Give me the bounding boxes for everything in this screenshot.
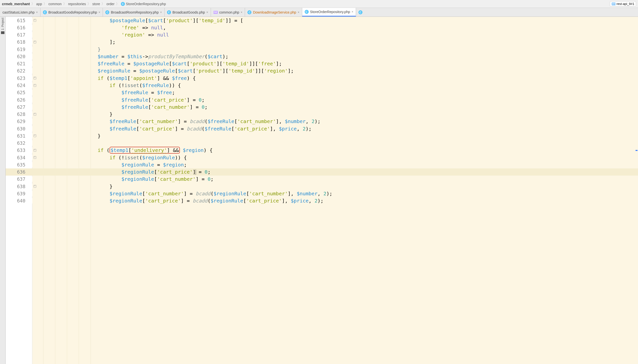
crumb[interactable]: common (48, 2, 62, 6)
crumb-root[interactable]: crmeb_merchant (2, 2, 30, 6)
code-line[interactable]: 640 $regionRule['cart_price'] = bcadd($r… (6, 197, 638, 204)
close-icon[interactable]: × (298, 10, 300, 14)
line-number[interactable]: 625 (6, 90, 32, 95)
line-number[interactable]: 621 (6, 61, 32, 66)
line-number[interactable]: 638 (6, 184, 32, 189)
code-text[interactable]: $freeRule['cart_price'] = 0; (37, 97, 205, 103)
fold-gutter[interactable] (32, 134, 37, 137)
fold-toggle-icon[interactable] (34, 185, 36, 188)
run-config-selector[interactable]: API rest-api_9#1 (610, 1, 636, 6)
code-text[interactable]: if ($temp1['appoint'] && $free) { (37, 75, 196, 81)
line-number[interactable]: 627 (6, 104, 32, 110)
crumb[interactable]: app (36, 2, 42, 6)
code-line[interactable]: 637 $regionRule['cart_number'] = 0; (6, 176, 638, 183)
line-number[interactable]: 624 (6, 82, 32, 88)
fold-gutter[interactable] (32, 77, 37, 80)
code-text[interactable]: } (37, 133, 101, 139)
code-text[interactable]: if ($temp1['undelivery'] && $region) { (37, 147, 212, 153)
code-text[interactable]: } (37, 46, 101, 52)
line-number[interactable]: 617 (6, 32, 32, 38)
code-text[interactable]: $freeRule['cart_number'] = 0; (37, 104, 208, 110)
editor-tab[interactable]: CBroadcastGoodsRepository.php× (41, 8, 103, 16)
breadcrumb[interactable]: crmeb_merchant 〉 app 〉 common 〉 reposito… (2, 2, 166, 6)
code-text[interactable]: $regionRule = $region; (37, 162, 187, 168)
editor-tab[interactable]: PHPcommon.php× (211, 8, 245, 16)
code-line[interactable]: 625 $freeRule = $free; (6, 89, 638, 96)
code-line[interactable]: 634 if (!isset($regionRule)) { (6, 154, 638, 161)
line-number[interactable]: 639 (6, 191, 32, 196)
fold-toggle-icon[interactable] (34, 113, 36, 116)
crumb[interactable]: repositories (68, 2, 86, 6)
crumb[interactable]: order (106, 2, 115, 6)
code-line[interactable]: 627 $freeRule['cart_number'] = 0; (6, 103, 638, 110)
code-text[interactable]: $freeRule['cart_price'] = bcadd($freeRul… (37, 126, 312, 132)
close-icon[interactable]: × (99, 10, 100, 14)
code-line[interactable]: 631 } (6, 132, 638, 139)
fold-gutter[interactable] (32, 185, 37, 188)
code-text[interactable]: $regionRule['cart_number'] = 0; (37, 176, 213, 182)
code-line[interactable]: 615 $postageRule[$cart['product']['temp_… (6, 17, 638, 24)
editor-tab[interactable]: CDownloadImageService.php× (245, 8, 302, 16)
line-number[interactable]: 633 (6, 148, 32, 153)
fold-gutter[interactable] (32, 149, 37, 152)
code-line[interactable]: 622 $regionRule = $postageRule[$cart['pr… (6, 67, 638, 74)
project-tool-button[interactable]: 1: Project (1, 18, 5, 30)
code-text[interactable]: } (37, 184, 113, 190)
code-line[interactable]: 624 if (!isset($freeRule)) { (6, 82, 638, 89)
code-line[interactable]: 626 $freeRule['cart_price'] = 0; (6, 96, 638, 103)
line-number[interactable]: 615 (6, 18, 32, 23)
code-line[interactable]: 629 $freeRule['cart_number'] = bcadd($fr… (6, 118, 638, 125)
code-text[interactable]: $regionRule['cart_price'] = bcadd($regio… (37, 198, 323, 204)
editor-tab[interactable]: CBroadcastGoods.php× (165, 8, 211, 16)
code-line[interactable]: 638 } (6, 183, 638, 190)
code-text[interactable]: $freeRule['cart_number'] = bcadd($freeRu… (37, 118, 320, 124)
code-line[interactable]: 618 ]; (6, 38, 638, 46)
line-number[interactable]: 618 (6, 39, 32, 45)
close-icon[interactable]: × (241, 10, 242, 14)
line-number[interactable]: 634 (6, 155, 32, 160)
code-text[interactable]: 'region' => null (37, 32, 169, 38)
line-number[interactable]: 619 (6, 46, 32, 52)
line-number[interactable]: 629 (6, 118, 32, 124)
code-text[interactable]: ]; (37, 39, 116, 45)
code-line[interactable]: 620 $number = $this->productByTempNumber… (6, 53, 638, 60)
fold-toggle-icon[interactable] (34, 134, 36, 137)
code-line[interactable]: 633 if ($temp1['undelivery'] && $region)… (6, 147, 638, 154)
code-text[interactable]: if (!isset($regionRule)) { (37, 155, 187, 160)
line-number[interactable]: 620 (6, 54, 32, 59)
code-line[interactable]: 632 (6, 140, 638, 147)
crumb[interactable]: store (92, 2, 100, 6)
code-text[interactable]: $regionRule['cart_number'] = bcadd($regi… (37, 191, 332, 196)
code-line[interactable]: 630 $freeRule['cart_price'] = bcadd($fre… (6, 125, 638, 132)
editor-tab[interactable]: CBroadcastRoomRepository.php× (103, 8, 165, 16)
code-editor[interactable]: 615 $postageRule[$cart['product']['temp_… (6, 17, 638, 364)
fold-toggle-icon[interactable] (34, 156, 36, 159)
code-line[interactable]: 639 $regionRule['cart_number'] = bcadd($… (6, 190, 638, 197)
line-number[interactable]: 636 (6, 169, 32, 174)
editor-tab[interactable]: CStoreOrderRepository.php× (302, 8, 356, 16)
line-number[interactable]: 631 (6, 133, 32, 138)
line-number[interactable]: 635 (6, 162, 32, 168)
code-line[interactable]: 617 'region' => null (6, 31, 638, 38)
close-icon[interactable]: × (36, 10, 38, 14)
fold-toggle-icon[interactable] (34, 149, 36, 152)
code-line[interactable]: 636 $regionRule['cart_price'] = 0; (6, 168, 638, 176)
code-text[interactable]: $postageRule[$cart['product']['temp_id']… (37, 18, 243, 24)
code-text[interactable]: $regionRule = $postageRule[$cart['produc… (37, 68, 294, 74)
line-number[interactable]: 630 (6, 126, 32, 132)
code-text[interactable]: $regionRule['cart_price'] = 0; (37, 169, 210, 175)
code-lines[interactable]: 615 $postageRule[$cart['product']['temp_… (6, 17, 638, 204)
close-icon[interactable]: × (160, 10, 162, 14)
code-text[interactable]: $freeRule = $free; (37, 90, 175, 96)
line-number[interactable]: 622 (6, 68, 32, 74)
line-number[interactable]: 616 (6, 25, 32, 30)
tabs-overflow[interactable]: C (356, 8, 365, 16)
code-line[interactable]: 628 } (6, 110, 638, 118)
fold-toggle-icon[interactable] (34, 77, 36, 80)
code-text[interactable]: } (37, 111, 113, 117)
code-line[interactable]: 619 } (6, 46, 638, 53)
line-number[interactable]: 628 (6, 112, 32, 117)
line-number[interactable]: 632 (6, 140, 32, 146)
line-number[interactable]: 623 (6, 76, 32, 81)
line-number[interactable]: 626 (6, 97, 32, 102)
